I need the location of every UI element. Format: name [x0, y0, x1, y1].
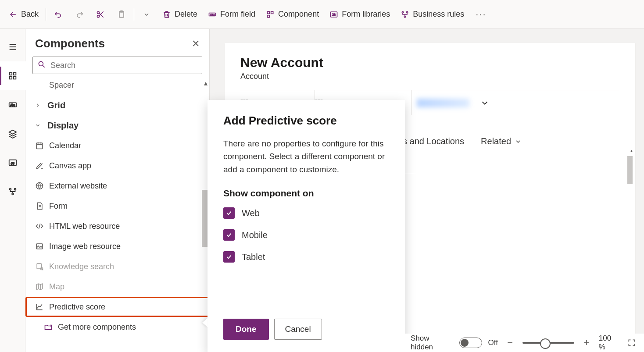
component-tree[interactable]: ▴ Spacer Grid Display Calendar Canvas ap… [25, 78, 209, 352]
field-blurred[interactable] [411, 90, 495, 115]
separator [46, 8, 46, 21]
tree-label: Image web resource [49, 242, 121, 251]
tree-item-external[interactable]: External website [25, 176, 209, 196]
svg-point-11 [402, 11, 403, 13]
chevron-down-icon [142, 10, 151, 19]
cut-button[interactable] [90, 7, 111, 22]
cancel-button[interactable]: Cancel [274, 319, 322, 340]
check-web[interactable]: Web [223, 207, 389, 219]
tree-label: External website [49, 181, 107, 191]
search-input[interactable] [50, 61, 197, 70]
show-hidden-toggle[interactable] [459, 338, 482, 348]
fit-icon[interactable] [626, 337, 638, 349]
tree-label: Canvas app [49, 161, 91, 171]
separator [134, 8, 134, 21]
formlibraries-button[interactable]: JSForm libraries [324, 6, 395, 22]
page-title: New Account [240, 55, 619, 70]
chart-icon [34, 302, 45, 312]
check-label: Mobile [242, 230, 268, 240]
tree-item-calendar[interactable]: Calendar [25, 135, 209, 156]
tree-header-grid[interactable]: Grid [25, 95, 209, 115]
chevron-right-icon [32, 100, 43, 110]
rail-layers-button[interactable] [0, 119, 25, 148]
svg-point-13 [404, 16, 405, 17]
tree-item-map[interactable]: Map [25, 277, 209, 297]
bulb-icon [34, 261, 45, 272]
paste-button[interactable] [111, 7, 132, 22]
svg-rect-15 [13, 73, 16, 75]
form-field-icon: Abc [208, 10, 217, 19]
tree-label: Display [47, 121, 79, 131]
chevron-button[interactable] [136, 7, 157, 22]
page-subtitle: Account [240, 72, 619, 81]
redo-button[interactable] [69, 7, 90, 22]
tree-item-image[interactable]: Image web resource [25, 236, 209, 256]
businessrules-button[interactable]: Business rules [395, 6, 469, 22]
rail-js-button[interactable]: JS [0, 148, 25, 177]
check-tablet[interactable]: Tablet [223, 251, 389, 263]
svg-point-22 [9, 188, 11, 190]
check-mobile[interactable]: Mobile [223, 229, 389, 241]
inner-scroll-up-icon[interactable]: ▴ [630, 148, 633, 153]
svg-point-25 [39, 61, 43, 66]
rail-tree-button[interactable] [0, 61, 25, 90]
check-label: Web [242, 208, 260, 218]
tree-item-canvas[interactable]: Canvas app [25, 156, 209, 176]
close-icon[interactable]: ✕ [192, 38, 200, 50]
redo-icon [75, 10, 84, 19]
tab-locations[interactable]: s and Locations [403, 136, 464, 146]
tree-header-display[interactable]: Display [25, 115, 209, 135]
svg-rect-7 [271, 11, 273, 14]
formfield-button[interactable]: AbcForm field [203, 6, 261, 22]
status-footer: Show hidden Off − + 100 % [404, 334, 644, 352]
back-button[interactable]: Back [4, 6, 44, 22]
tree-item-getmore[interactable]: Get more components [25, 317, 209, 337]
tree-label: Spacer [49, 81, 74, 90]
component-button[interactable]: Component [261, 6, 324, 22]
zoom-slider[interactable] [522, 342, 575, 344]
document-icon [34, 201, 45, 211]
svg-text:JS: JS [332, 13, 336, 16]
tree-item-knowledge[interactable]: Knowledge search [25, 256, 209, 277]
zoom-value: 100 % [599, 334, 620, 352]
checkbox-icon[interactable] [223, 229, 235, 241]
businessrules-label: Business rules [413, 10, 464, 19]
search-box[interactable] [32, 57, 202, 74]
tree-label: Form [49, 202, 68, 211]
checkbox-icon[interactable] [223, 207, 235, 219]
rail-abc-button[interactable]: Abc [0, 90, 25, 119]
scroll-up-icon[interactable]: ▴ [202, 78, 209, 87]
chevron-down-icon[interactable] [480, 98, 490, 108]
chevron-down-icon [515, 138, 522, 145]
tree-item-form[interactable]: Form [25, 196, 209, 216]
top-toolbar: Back Delete AbcForm field Component JSFo… [0, 0, 644, 29]
rail-flow-button[interactable] [0, 177, 25, 206]
tab-label: s and Locations [403, 136, 464, 146]
flow-icon [401, 10, 409, 19]
zoom-in-button[interactable]: + [580, 337, 593, 349]
tab-related[interactable]: Related [481, 136, 522, 146]
svg-rect-14 [9, 73, 12, 75]
checkbox-icon[interactable] [223, 251, 235, 263]
svg-point-24 [12, 193, 14, 195]
js-icon: JS [329, 10, 338, 19]
tree-item-spacer[interactable]: Spacer [25, 78, 209, 95]
arrow-left-icon [9, 10, 18, 19]
search-wrap [25, 57, 209, 78]
delete-button[interactable]: Delete [157, 6, 203, 22]
components-panel: Components ✕ ▴ Spacer Grid Display Calen… [25, 29, 210, 352]
tree-item-html[interactable]: HTML web resource [25, 216, 209, 236]
dialog-buttons: Done Cancel [223, 319, 389, 340]
image-icon [34, 241, 45, 252]
tree-item-predictive[interactable]: Predictive score [25, 297, 209, 317]
hamburger-button[interactable] [0, 32, 25, 61]
zoom-out-button[interactable]: − [504, 337, 516, 349]
inner-scrollbar[interactable] [627, 156, 633, 184]
svg-rect-8 [267, 15, 269, 17]
undo-button[interactable] [48, 7, 69, 22]
svg-rect-17 [13, 77, 16, 79]
done-button[interactable]: Done [223, 319, 269, 340]
tree-label: Get more components [58, 323, 136, 332]
code-icon [34, 221, 45, 231]
more-icon[interactable]: ··· [476, 9, 486, 20]
